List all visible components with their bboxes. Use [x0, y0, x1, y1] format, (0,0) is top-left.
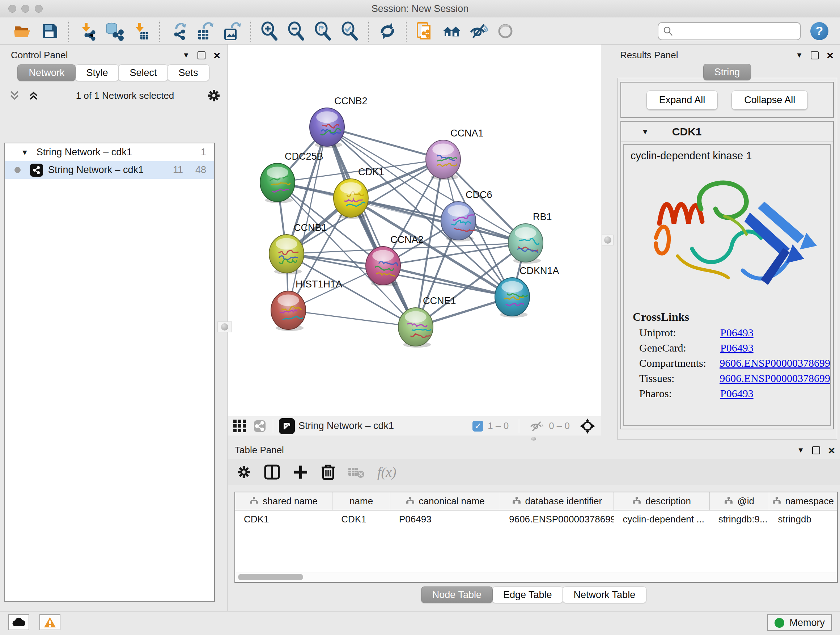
node-HIST1H1A[interactable]: [271, 291, 306, 331]
results-panel-maximize-icon[interactable]: [811, 51, 819, 59]
table-cell[interactable]: stringdb:9...: [710, 510, 769, 528]
tab-edge-table[interactable]: Edge Table: [492, 586, 563, 603]
column-header-description[interactable]: description: [614, 492, 709, 510]
import-network-database-icon[interactable]: [104, 21, 124, 41]
node-CCNE1[interactable]: [398, 308, 433, 348]
divider: [273, 419, 273, 433]
tab-select[interactable]: Select: [118, 65, 168, 81]
open-session-icon[interactable]: [13, 21, 33, 41]
table-cell[interactable]: P06493: [390, 510, 500, 528]
crosslink-link[interactable]: 9606.ENSP00000378699: [720, 372, 830, 385]
horizontal-splitter-grip[interactable]: [531, 437, 536, 440]
show-grid-icon[interactable]: [233, 420, 246, 432]
table-panel-close-icon[interactable]: ×: [828, 447, 835, 454]
table-cell[interactable]: CDK1: [235, 510, 332, 528]
table-horizontal-scrollbar[interactable]: [236, 572, 836, 581]
column-header-canonical-name[interactable]: canonical name: [390, 492, 500, 510]
results-panel-float-icon[interactable]: ▼: [796, 51, 803, 59]
first-neighbors-icon[interactable]: [442, 21, 462, 41]
apply-layout-icon[interactable]: [378, 21, 397, 41]
center-view-crosshair-icon[interactable]: [579, 418, 596, 434]
warnings-button[interactable]: [39, 614, 60, 630]
control-panel-maximize-icon[interactable]: [197, 51, 205, 59]
show-columns-icon[interactable]: [264, 464, 280, 480]
table-cell[interactable]: CDK1: [332, 510, 390, 528]
network-collection-row[interactable]: ▼ String Network – cdk1 1: [5, 143, 214, 161]
left-splitter-grip[interactable]: [218, 321, 232, 333]
export-table-icon[interactable]: [195, 21, 215, 41]
tab-string[interactable]: String: [703, 64, 752, 80]
right-splitter-grip[interactable]: [602, 234, 614, 245]
edge-CCNB2-CCNE1[interactable]: [327, 127, 416, 327]
crosslink-link[interactable]: P06493: [720, 387, 753, 400]
crosslink-row: Compartments:9606.ENSP00000378699: [639, 357, 830, 369]
table-row[interactable]: CDK1CDK1P064939606.ENSP00000378699cyclin…: [235, 510, 837, 528]
node-CCNA1[interactable]: [426, 140, 461, 180]
birds-eye-view-icon[interactable]: [279, 418, 295, 434]
zoom-selected-icon[interactable]: [340, 21, 360, 41]
delete-column-icon[interactable]: [321, 464, 335, 480]
network-row[interactable]: String Network – cdk1 11 48: [5, 161, 214, 179]
column-header-database-identifier[interactable]: database identifier: [500, 492, 614, 510]
collection-expand-icon[interactable]: ▼: [21, 148, 28, 157]
export-image-icon[interactable]: [222, 21, 242, 41]
zoom-fit-content-icon[interactable]: [313, 21, 333, 41]
node-CCNB1[interactable]: [269, 234, 304, 274]
results-panel-close-icon[interactable]: ×: [827, 51, 834, 59]
table-panel-maximize-icon[interactable]: [812, 447, 820, 454]
node-CDK1[interactable]: [333, 179, 368, 219]
export-network-icon[interactable]: [169, 21, 188, 41]
collapse-all-button[interactable]: Collapse All: [731, 90, 808, 110]
zoom-window-button[interactable]: [35, 5, 43, 13]
tab-sets[interactable]: Sets: [167, 65, 210, 81]
zoom-in-icon[interactable]: [260, 21, 279, 41]
search-input[interactable]: [674, 25, 796, 36]
column-header-name[interactable]: name: [332, 492, 390, 510]
control-panel-float-icon[interactable]: ▼: [183, 51, 190, 59]
expand-all-button[interactable]: Expand All: [646, 90, 718, 110]
zoom-out-icon[interactable]: [286, 21, 306, 41]
crosslink-link[interactable]: 9606.ENSP00000378699: [720, 357, 830, 369]
create-column-icon[interactable]: [293, 464, 309, 480]
tab-network-table[interactable]: Network Table: [562, 586, 647, 603]
hide-selected-icon[interactable]: [469, 21, 488, 41]
memory-button[interactable]: Memory: [767, 614, 832, 631]
network-options-gear-icon[interactable]: [207, 88, 221, 103]
crosslink-link[interactable]: P06493: [720, 326, 753, 339]
node-CDC25B[interactable]: [260, 163, 295, 203]
tab-network[interactable]: Network: [17, 65, 76, 81]
cloud-status-button[interactable]: [8, 614, 29, 630]
table-panel-float-icon[interactable]: ▼: [797, 446, 805, 454]
column-header--id[interactable]: @id: [710, 492, 769, 510]
expand-all-networks-icon[interactable]: [29, 89, 43, 102]
toolbar-search[interactable]: [658, 22, 801, 40]
table-cell[interactable]: 9606.ENSP00000378699: [500, 510, 614, 528]
minimize-window-button[interactable]: [21, 5, 29, 13]
show-all-icon[interactable]: [496, 21, 515, 41]
network-overview-icon[interactable]: [253, 419, 267, 433]
save-session-icon[interactable]: [40, 21, 59, 41]
tab-node-table[interactable]: Node Table: [421, 586, 493, 603]
edge-HIST1H1A-CCNE1[interactable]: [288, 310, 416, 327]
selected-nodes-checkbox[interactable]: ✓: [472, 421, 483, 432]
help-button[interactable]: ?: [810, 22, 829, 40]
control-panel-close-icon[interactable]: ×: [213, 51, 220, 59]
tab-style[interactable]: Style: [75, 65, 119, 81]
table-cell[interactable]: stringdb: [769, 510, 837, 528]
node-RB1[interactable]: [508, 224, 543, 264]
new-network-from-selection-icon[interactable]: [415, 21, 435, 41]
table-cell[interactable]: cyclin-dependent ...: [614, 510, 709, 528]
import-network-file-icon[interactable]: [77, 21, 97, 41]
network-canvas[interactable]: CCNB2CCNA1CDC25BCDK1CDC6RB1CCNB1CCNA2CDK…: [228, 44, 601, 416]
entry-collapse-icon[interactable]: ▼: [641, 127, 649, 136]
node-result-entry: ▼ CDK1 cyclin-dependent kinase 1: [621, 121, 834, 429]
collapse-all-networks-icon[interactable]: [9, 89, 25, 102]
node-CDKN1A[interactable]: [495, 278, 530, 318]
crosslink-link[interactable]: P06493: [720, 342, 753, 354]
scrollbar-thumb[interactable]: [238, 574, 303, 580]
import-table-file-icon[interactable]: [131, 21, 150, 41]
column-header-shared-name[interactable]: shared name: [235, 492, 332, 510]
close-window-button[interactable]: [8, 5, 16, 13]
column-header-namespace[interactable]: namespace: [769, 492, 837, 510]
table-options-gear-icon[interactable]: [236, 464, 251, 480]
